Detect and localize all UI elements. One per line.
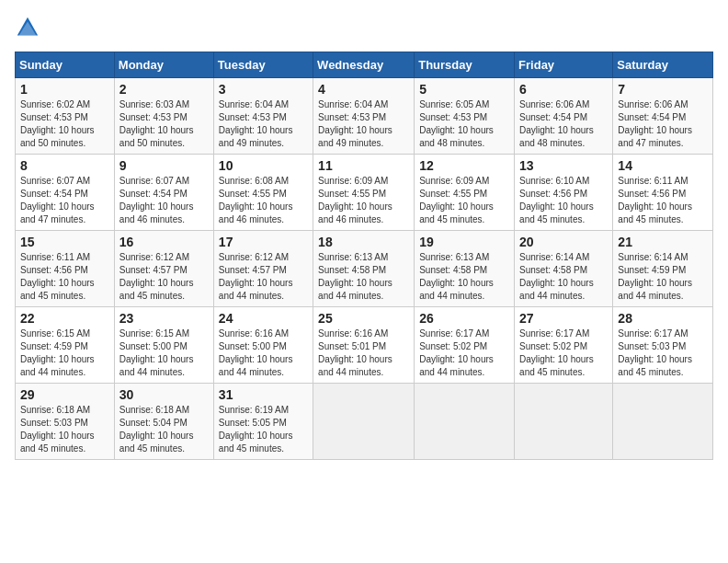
day-number: 26 [419, 311, 509, 326]
calendar-week-4: 22Sunrise: 6:15 AM Sunset: 4:59 PM Dayli… [16, 307, 713, 384]
calendar-cell [515, 384, 613, 460]
day-number: 7 [618, 82, 708, 97]
day-info: Sunrise: 6:08 AM Sunset: 4:55 PM Dayligh… [219, 175, 308, 226]
day-number: 31 [219, 387, 308, 402]
day-number: 15 [20, 235, 109, 249]
calendar-week-1: 1Sunrise: 6:02 AM Sunset: 4:53 PM Daylig… [16, 78, 713, 155]
calendar-cell: 26Sunrise: 6:17 AM Sunset: 5:02 PM Dayli… [415, 307, 515, 384]
day-number: 10 [219, 158, 308, 173]
day-number: 6 [519, 82, 608, 97]
day-info: Sunrise: 6:16 AM Sunset: 5:01 PM Dayligh… [318, 327, 409, 379]
day-number: 20 [519, 235, 608, 249]
day-number: 14 [618, 158, 708, 173]
calendar-cell: 25Sunrise: 6:16 AM Sunset: 5:01 PM Dayli… [313, 307, 415, 384]
day-number: 17 [219, 235, 308, 249]
calendar-cell [415, 384, 515, 460]
calendar-cell: 28Sunrise: 6:17 AM Sunset: 5:03 PM Dayli… [613, 307, 713, 384]
header-monday: Monday [114, 52, 213, 78]
day-info: Sunrise: 6:07 AM Sunset: 4:54 PM Dayligh… [20, 175, 109, 226]
day-info: Sunrise: 6:13 AM Sunset: 4:58 PM Dayligh… [318, 251, 409, 303]
calendar-cell: 4Sunrise: 6:04 AM Sunset: 4:53 PM Daylig… [313, 78, 415, 155]
calendar-cell: 16Sunrise: 6:12 AM Sunset: 4:57 PM Dayli… [114, 231, 213, 307]
day-info: Sunrise: 6:12 AM Sunset: 4:57 PM Dayligh… [119, 251, 209, 303]
page-header [15, 15, 713, 40]
calendar-cell: 13Sunrise: 6:10 AM Sunset: 4:56 PM Dayli… [515, 155, 613, 231]
day-info: Sunrise: 6:11 AM Sunset: 4:56 PM Dayligh… [618, 175, 708, 226]
day-info: Sunrise: 6:04 AM Sunset: 4:53 PM Dayligh… [318, 98, 409, 150]
day-number: 4 [318, 82, 409, 97]
day-info: Sunrise: 6:16 AM Sunset: 5:00 PM Dayligh… [219, 327, 308, 379]
day-number: 13 [519, 158, 608, 173]
calendar-cell: 23Sunrise: 6:15 AM Sunset: 5:00 PM Dayli… [114, 307, 213, 384]
day-number: 16 [119, 235, 209, 249]
day-number: 11 [318, 158, 409, 173]
day-info: Sunrise: 6:15 AM Sunset: 4:59 PM Dayligh… [20, 327, 109, 379]
day-info: Sunrise: 6:18 AM Sunset: 5:04 PM Dayligh… [119, 404, 209, 455]
day-info: Sunrise: 6:19 AM Sunset: 5:05 PM Dayligh… [219, 404, 308, 455]
calendar-week-2: 8Sunrise: 6:07 AM Sunset: 4:54 PM Daylig… [16, 155, 713, 231]
day-info: Sunrise: 6:17 AM Sunset: 5:02 PM Dayligh… [419, 327, 509, 379]
day-number: 30 [119, 387, 209, 402]
calendar-cell: 30Sunrise: 6:18 AM Sunset: 5:04 PM Dayli… [114, 384, 213, 460]
calendar-week-5: 29Sunrise: 6:18 AM Sunset: 5:03 PM Dayli… [16, 384, 713, 460]
day-number: 28 [618, 311, 708, 326]
calendar-cell: 14Sunrise: 6:11 AM Sunset: 4:56 PM Dayli… [613, 155, 713, 231]
day-number: 27 [519, 311, 608, 326]
calendar-cell: 2Sunrise: 6:03 AM Sunset: 4:53 PM Daylig… [114, 78, 213, 155]
header-friday: Friday [515, 52, 613, 78]
day-info: Sunrise: 6:07 AM Sunset: 4:54 PM Dayligh… [119, 175, 209, 226]
day-number: 19 [419, 235, 509, 249]
day-info: Sunrise: 6:17 AM Sunset: 5:03 PM Dayligh… [618, 327, 708, 379]
header-saturday: Saturday [613, 52, 713, 78]
day-number: 8 [20, 158, 109, 173]
calendar-cell [613, 384, 713, 460]
calendar-cell: 5Sunrise: 6:05 AM Sunset: 4:53 PM Daylig… [415, 78, 515, 155]
calendar-cell: 22Sunrise: 6:15 AM Sunset: 4:59 PM Dayli… [16, 307, 115, 384]
day-info: Sunrise: 6:18 AM Sunset: 5:03 PM Dayligh… [20, 404, 109, 455]
day-info: Sunrise: 6:14 AM Sunset: 4:59 PM Dayligh… [618, 251, 708, 303]
day-info: Sunrise: 6:12 AM Sunset: 4:57 PM Dayligh… [219, 251, 308, 303]
day-info: Sunrise: 6:09 AM Sunset: 4:55 PM Dayligh… [318, 175, 409, 226]
day-number: 9 [119, 158, 209, 173]
calendar-cell: 24Sunrise: 6:16 AM Sunset: 5:00 PM Dayli… [213, 307, 313, 384]
calendar-week-3: 15Sunrise: 6:11 AM Sunset: 4:56 PM Dayli… [16, 231, 713, 307]
day-number: 22 [20, 311, 109, 326]
day-number: 29 [20, 387, 109, 402]
calendar-cell: 7Sunrise: 6:06 AM Sunset: 4:54 PM Daylig… [613, 78, 713, 155]
calendar-cell: 6Sunrise: 6:06 AM Sunset: 4:54 PM Daylig… [515, 78, 613, 155]
day-info: Sunrise: 6:06 AM Sunset: 4:54 PM Dayligh… [519, 98, 608, 150]
day-number: 1 [20, 82, 109, 97]
logo [15, 15, 44, 40]
day-info: Sunrise: 6:02 AM Sunset: 4:53 PM Dayligh… [20, 98, 109, 150]
calendar-cell [313, 384, 415, 460]
day-info: Sunrise: 6:13 AM Sunset: 4:58 PM Dayligh… [419, 251, 509, 303]
calendar-cell: 3Sunrise: 6:04 AM Sunset: 4:53 PM Daylig… [213, 78, 313, 155]
logo-icon [15, 15, 40, 40]
day-number: 25 [318, 311, 409, 326]
day-number: 12 [419, 158, 509, 173]
day-number: 23 [119, 311, 209, 326]
calendar-cell: 20Sunrise: 6:14 AM Sunset: 4:58 PM Dayli… [515, 231, 613, 307]
header-wednesday: Wednesday [313, 52, 415, 78]
calendar-cell: 8Sunrise: 6:07 AM Sunset: 4:54 PM Daylig… [16, 155, 115, 231]
calendar-cell: 9Sunrise: 6:07 AM Sunset: 4:54 PM Daylig… [114, 155, 213, 231]
day-number: 3 [219, 82, 308, 97]
day-info: Sunrise: 6:09 AM Sunset: 4:55 PM Dayligh… [419, 175, 509, 226]
day-info: Sunrise: 6:17 AM Sunset: 5:02 PM Dayligh… [519, 327, 608, 379]
day-info: Sunrise: 6:05 AM Sunset: 4:53 PM Dayligh… [419, 98, 509, 150]
calendar-cell: 29Sunrise: 6:18 AM Sunset: 5:03 PM Dayli… [16, 384, 115, 460]
day-number: 24 [219, 311, 308, 326]
calendar-cell: 31Sunrise: 6:19 AM Sunset: 5:05 PM Dayli… [213, 384, 313, 460]
calendar-cell: 10Sunrise: 6:08 AM Sunset: 4:55 PM Dayli… [213, 155, 313, 231]
day-info: Sunrise: 6:04 AM Sunset: 4:53 PM Dayligh… [219, 98, 308, 150]
day-info: Sunrise: 6:10 AM Sunset: 4:56 PM Dayligh… [519, 175, 608, 226]
calendar-cell: 1Sunrise: 6:02 AM Sunset: 4:53 PM Daylig… [16, 78, 115, 155]
day-number: 2 [119, 82, 209, 97]
calendar-cell: 17Sunrise: 6:12 AM Sunset: 4:57 PM Dayli… [213, 231, 313, 307]
calendar-cell: 12Sunrise: 6:09 AM Sunset: 4:55 PM Dayli… [415, 155, 515, 231]
day-info: Sunrise: 6:03 AM Sunset: 4:53 PM Dayligh… [119, 98, 209, 150]
day-number: 21 [618, 235, 708, 249]
day-info: Sunrise: 6:15 AM Sunset: 5:00 PM Dayligh… [119, 327, 209, 379]
header-sunday: Sunday [16, 52, 115, 78]
header-tuesday: Tuesday [213, 52, 313, 78]
